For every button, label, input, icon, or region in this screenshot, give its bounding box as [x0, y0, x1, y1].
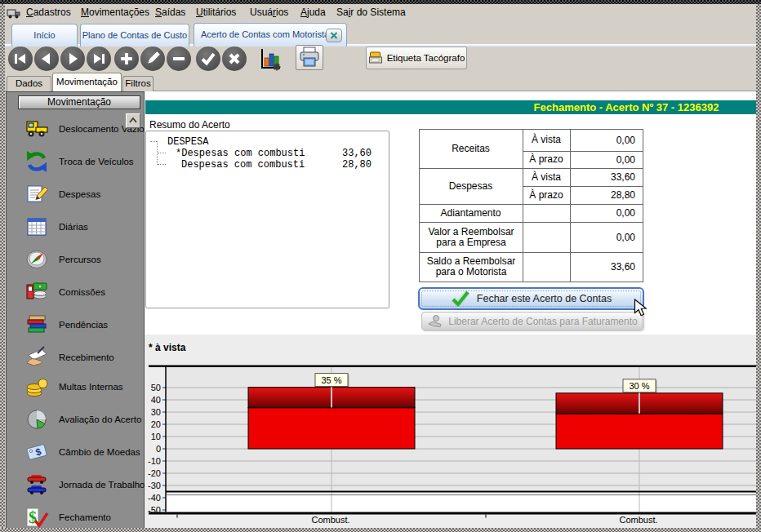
chevron-up-icon — [127, 114, 140, 127]
edit-button[interactable] — [140, 47, 165, 71]
table-cell-despesas: Despesas — [420, 169, 522, 203]
tree-line — [150, 141, 157, 142]
sidebar-item-deslocamento-vazio[interactable]: Deslocamento Vazio — [7, 113, 143, 144]
sidebar-item-recebimento[interactable]: Recebimento — [7, 342, 143, 373]
tab-inicio[interactable]: Início — [11, 24, 78, 47]
subtab-dados[interactable]: Dados — [7, 76, 51, 91]
cars-icon — [24, 472, 49, 497]
table-cell-avista-1: À vista — [523, 130, 569, 150]
sidebar-item-diarias[interactable]: Diárias — [7, 211, 143, 242]
table-value: 0,00 — [571, 223, 642, 251]
sidebar-scroll-up-button[interactable] — [126, 113, 140, 128]
sidebar-item-avaliacao-do-acerto[interactable]: Avaliação do Acerto — [7, 404, 143, 435]
tree-item-value: 28,80 — [318, 159, 372, 171]
table-cell-valor-reembolsar: Valor a Reembolsar para a Empresa — [426, 223, 516, 251]
money-stack-icon — [24, 280, 49, 304]
previous-record-button[interactable] — [34, 47, 59, 71]
price-tag-icon: $ — [24, 440, 49, 464]
svg-text:20: 20 — [151, 419, 161, 429]
toolbar: Etiqueta Tacógrafo — [0, 47, 761, 73]
subtab-filtros[interactable]: Filtros — [122, 76, 154, 91]
subtab-strip: Dados Movimentação Filtros — [0, 73, 761, 91]
table-value: 0,00 — [571, 130, 642, 150]
table-cell-aprazo-2: À prazo — [523, 187, 569, 203]
sidebar-item-pendencias[interactable]: Pendências — [7, 309, 143, 340]
table-cell-adiantamento: Adiantamento — [420, 205, 522, 221]
table-value: 0,00 — [571, 152, 642, 167]
tab-acerto-de-contas[interactable]: Acerto de Contas com Motoristas — [194, 23, 347, 47]
liberar-acerto-button[interactable]: Liberar Acerto de Contas para Faturament… — [421, 312, 643, 330]
table-value: 0,00 — [571, 205, 642, 221]
sidebar-title: Movimentação — [18, 95, 140, 109]
menu-movimentacoes[interactable]: Movimentações — [81, 4, 149, 21]
sidebar-item-cambio-de-moedas[interactable]: $ Câmbio de Moedas — [7, 437, 143, 468]
cancel-button[interactable] — [222, 47, 247, 71]
menu-ajuda[interactable]: Ajuda — [300, 4, 326, 21]
table-cell-receitas: Receitas — [420, 130, 522, 167]
table-value: 33,60 — [571, 253, 642, 281]
compass-icon — [24, 247, 49, 272]
tab-plano-de-contas[interactable]: Plano de Contas de Custo — [80, 24, 189, 47]
hand-coin-gray-icon — [427, 314, 443, 329]
fechar-acerto-button[interactable]: Fechar este Acerto de Contas — [418, 287, 644, 310]
menu-saidas[interactable]: Saídas — [155, 4, 185, 21]
table-cell-avista-2: À vista — [523, 169, 569, 185]
table-cell-aprazo-1: À prazo — [523, 152, 569, 167]
coins-icon — [24, 375, 49, 399]
svg-text:-30: -30 — [148, 481, 161, 490]
tab-acerto-label: Acerto de Contas com Motoristas — [201, 29, 334, 39]
application-window: Cadastros Movimentações Saídas Utilitári… — [0, 0, 761, 532]
svg-text:Combust.: Combust. — [619, 515, 657, 525]
empty-truck-icon — [24, 117, 49, 141]
printer-icon — [296, 46, 323, 69]
etiqueta-tacografo-button[interactable]: Etiqueta Tacógrafo — [366, 47, 467, 69]
sidebar-item-multas-internas[interactable]: Multas Internas — [7, 371, 143, 402]
pie-sphere-icon — [24, 407, 49, 432]
menubar: Cadastros Movimentações Saídas Utilitári… — [0, 4, 761, 21]
svg-text:-20: -20 — [148, 468, 161, 478]
tree-item[interactable]: Despesas com combusti — [181, 159, 305, 171]
tree-line — [158, 153, 166, 153]
remove-button[interactable] — [167, 47, 191, 71]
svg-text:50: 50 — [151, 383, 161, 392]
calendar-icon — [24, 215, 49, 239]
sidebar-item-comissoes[interactable]: Comissões — [7, 277, 143, 308]
print-button[interactable] — [296, 45, 323, 70]
svg-text:10: 10 — [151, 432, 161, 441]
add-button[interactable] — [114, 47, 139, 71]
last-record-button[interactable] — [87, 47, 111, 71]
sidebar-item-troca-de-veiculos[interactable]: Troca de Veículos — [7, 146, 143, 177]
window-right-border — [756, 4, 761, 532]
app-logo-icon — [7, 7, 21, 20]
menu-usuarios[interactable]: Usuários — [250, 4, 288, 21]
table-cell-saldo-reembolsar: Saldo a Reembolsar para o Motorista — [426, 253, 516, 281]
svg-text:$: $ — [29, 508, 37, 526]
table-value: 33,60 — [571, 169, 642, 185]
chart-settings-icon[interactable] — [260, 47, 282, 71]
resumo-group-label: Resumo do Acerto — [149, 119, 230, 131]
label-printer-icon — [368, 51, 384, 65]
subtab-movimentacao[interactable]: Movimentação — [52, 73, 122, 91]
menu-utilitarios[interactable]: Utilitários — [196, 4, 236, 21]
tab-close-icon[interactable] — [326, 29, 342, 42]
menu-cadastros[interactable]: Cadastros — [26, 4, 71, 21]
svg-text:30 %: 30 % — [629, 381, 649, 391]
receipt-hand-icon — [24, 345, 49, 370]
dollar-check-icon: $ — [24, 505, 49, 530]
tree-item[interactable]: *Despesas com combusti — [176, 148, 305, 159]
sidebar-item-percursos[interactable]: Percursos — [7, 244, 143, 275]
focus-outline — [421, 290, 641, 307]
menu-sair[interactable]: Sair do Sistema — [336, 4, 406, 21]
tree-root-despesa[interactable]: DESPESA — [167, 136, 208, 148]
sidebar-item-despesas[interactable]: Despesas — [7, 179, 143, 210]
swap-vehicles-icon — [24, 149, 49, 174]
table-line — [643, 129, 643, 282]
svg-text:35 %: 35 % — [321, 375, 341, 385]
svg-text:40: 40 — [151, 395, 161, 405]
document-tabstrip: Início Plano de Contas de Custo Acerto d… — [0, 21, 761, 47]
svg-text:30: 30 — [151, 407, 161, 417]
first-record-button[interactable] — [8, 47, 33, 71]
next-record-button[interactable] — [60, 47, 85, 71]
confirm-button[interactable] — [196, 47, 220, 71]
sidebar-item-jornada-de-trabalho[interactable]: Jornada de Trabalho — [7, 469, 143, 500]
